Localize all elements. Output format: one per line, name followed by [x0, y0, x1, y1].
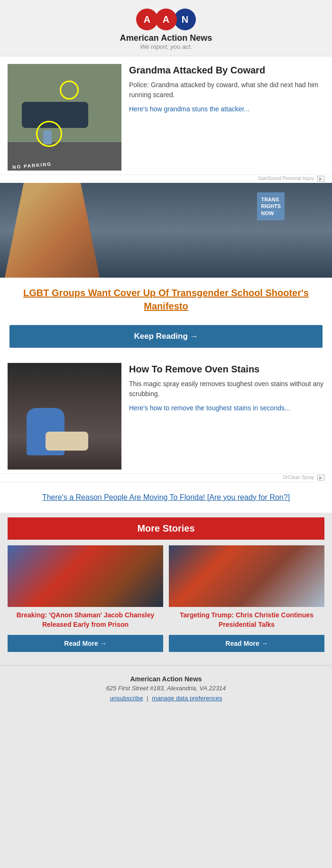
site-tagline: We report, you act. — [5, 43, 327, 50]
logo: A A N — [136, 9, 196, 30]
read-more-button-1[interactable]: Read More → — [8, 635, 163, 652]
ad-title-oven: How To Remove Oven Stains — [129, 363, 324, 375]
story-card-2: Targeting Trump: Chris Christie Continue… — [169, 545, 324, 656]
more-stories-section: More Stories Breaking: 'QAnon Shaman' Ja… — [0, 517, 332, 665]
story-title-2: Targeting Trump: Chris Christie Continue… — [169, 607, 324, 633]
oven-inner — [8, 363, 121, 470]
ad-card-grandma: NO PARKING Grandma Attacked By Coward Po… — [0, 56, 332, 175]
story-image-trump — [169, 545, 324, 607]
circle-top-highlight — [60, 81, 79, 99]
page-footer: American Action News 625 First Street #1… — [0, 665, 332, 711]
logo-circle-a2: A — [155, 9, 177, 30]
ad-link-grandma[interactable]: Here's how grandma stuns the attacker... — [129, 105, 249, 113]
ad-attribution-grandma: SaleSound Personal Injury ▶ — [0, 175, 332, 183]
page-header: A A N American Action News We report, yo… — [0, 0, 332, 56]
logo-circle-n: N — [174, 9, 196, 30]
story-title-1: Breaking: 'QAnon Shaman' Jacob Chansley … — [8, 607, 163, 633]
ad-title-grandma: Grandma Attacked By Coward — [129, 64, 324, 76]
ad-card-oven: How To Remove Oven Stains This magic spr… — [0, 355, 332, 474]
footer-address: 625 First Street #183, Alexandria, VA 22… — [9, 685, 323, 692]
story-card-1: Breaking: 'QAnon Shaman' Jacob Chansley … — [8, 545, 163, 656]
ad-text-grandma: Grandma Attacked By Coward Police: Grand… — [121, 64, 324, 171]
ad-link-oven[interactable]: Here's how to remove the toughest stains… — [129, 404, 290, 412]
ad-image-oven — [8, 363, 121, 470]
cta-bar: Keep Reading → — [0, 320, 332, 355]
ad-text-oven: How To Remove Oven Stains This magic spr… — [121, 363, 324, 470]
more-stories-header: More Stories — [8, 517, 324, 540]
footer-links: unsubscribe | manage data preferences — [9, 695, 323, 702]
ad-image-grandma: NO PARKING — [8, 64, 121, 171]
stories-grid: Breaking: 'QAnon Shaman' Jacob Chansley … — [8, 545, 324, 656]
banner-face — [5, 183, 100, 278]
main-content: NO PARKING Grandma Attacked By Coward Po… — [0, 56, 332, 513]
ad-badge: ▶ — [317, 176, 324, 181]
florida-link-section: There's a Reason People Are Moving To Fl… — [0, 482, 332, 513]
ad-attribution-oven: DrClean Spray ▶ — [0, 474, 332, 482]
parking-lane: NO PARKING — [8, 142, 121, 171]
footer-separator: | — [147, 695, 148, 702]
story-image-shaman — [8, 545, 163, 607]
ad-description-grandma: Police: Grandma attacked by coward, what… — [129, 80, 324, 100]
ad-description-oven: This magic spray easily removes toughest… — [129, 379, 324, 399]
banner-ad: TRANS RIGHTS NOW — [0, 183, 332, 278]
circle-bottom-highlight — [36, 121, 62, 147]
footer-site-name: American Action News — [9, 675, 323, 683]
banner-sign: TRANS RIGHTS NOW — [257, 192, 285, 220]
article-title-link[interactable]: LGBT Groups Want Cover Up Of Transgender… — [23, 288, 309, 311]
unsubscribe-link[interactable]: unsubscribe — [110, 695, 143, 702]
article-title-section: LGBT Groups Want Cover Up Of Transgender… — [0, 278, 332, 320]
banner-crowd: TRANS RIGHTS NOW — [0, 183, 332, 278]
florida-link[interactable]: There's a Reason People Are Moving To Fl… — [9, 492, 323, 503]
site-name: American Action News — [5, 33, 327, 43]
sponge-shape — [46, 432, 88, 451]
keep-reading-button[interactable]: Keep Reading → — [9, 325, 323, 348]
parking-no-parking-text: NO PARKING — [12, 161, 52, 170]
manage-preferences-link[interactable]: manage data preferences — [152, 695, 222, 702]
ad-badge-oven: ▶ — [317, 475, 324, 480]
read-more-button-2[interactable]: Read More → — [169, 635, 324, 652]
